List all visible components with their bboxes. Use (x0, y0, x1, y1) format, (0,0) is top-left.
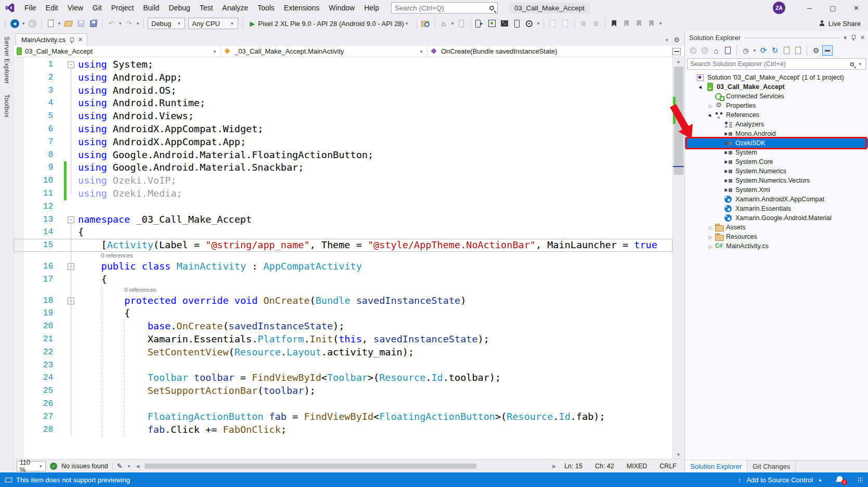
toolbox-tab[interactable]: Toolbox (3, 89, 10, 123)
redo-button[interactable]: ↷ (123, 17, 135, 30)
tab-mainactivity[interactable]: MainActivity.cs ✕ (16, 33, 87, 46)
comment-button[interactable] (547, 17, 559, 30)
tree-item-connected-services[interactable]: Connected Services (685, 92, 868, 101)
document-list-dropdown[interactable]: ▾ (664, 37, 669, 43)
code-line-28[interactable]: 28 fab.Click += FabOnClick; (14, 424, 672, 437)
se-refresh-button[interactable]: ↻ (770, 45, 780, 56)
menu-help[interactable]: Help (359, 0, 384, 16)
bookmark-dropdown[interactable]: ▾ (658, 21, 663, 26)
codelens-references[interactable]: 0 references (14, 252, 672, 260)
menu-git[interactable]: Git (88, 0, 107, 16)
code-line-8[interactable]: 8using Google.Android.Material.FloatingA… (14, 149, 672, 162)
tree-item-mainactivity-cs[interactable]: ▷MainActivity.cs (685, 241, 868, 251)
tab-close-icon[interactable]: ✕ (78, 36, 83, 43)
editor-options-icon[interactable]: ⚙ (673, 36, 680, 44)
menu-debug[interactable]: Debug (164, 0, 195, 16)
code-line-12[interactable]: 12 (14, 200, 672, 213)
expander-closed-icon[interactable]: ▷ (707, 102, 715, 109)
home-dropdown[interactable]: ▾ (450, 21, 455, 26)
fold-collapse-icon[interactable]: − (68, 216, 74, 223)
code-line-9[interactable]: 9using Google.Android.Material.Snackbar; (14, 161, 672, 174)
fold-collapse-icon[interactable]: − (68, 61, 74, 68)
code-line-19[interactable]: 19 { (14, 307, 672, 320)
configuration-select[interactable]: Debug▾ (148, 18, 185, 29)
tree-item-ozekisdk[interactable]: OzekiSDK (685, 138, 868, 148)
tool-tab-solution-explorer[interactable]: Solution Explorer (685, 460, 747, 472)
tree-item-resources[interactable]: ▷Resources (685, 232, 868, 241)
code-cleanup-icon[interactable]: ✎ (117, 462, 122, 470)
close-button[interactable]: ✕ (845, 0, 868, 16)
code-line-24[interactable]: 24 Toolbar toolbar = FindViewById<Toolba… (14, 371, 672, 385)
member-dropdown[interactable]: OnCreate(Bundle savedInstanceState) (427, 46, 672, 57)
menu-window[interactable]: Window (324, 0, 359, 16)
tree-item-solution-03-call-make-accept-1-of-1-project[interactable]: Solution '03_Call_Make_Accept' (1 of 1 p… (685, 73, 868, 82)
code-line-17[interactable]: 17 { (14, 273, 672, 286)
menu-project[interactable]: Project (107, 0, 139, 16)
tree-item-xamarin-google-android-material[interactable]: Xamarin.Google.Android.Material (685, 213, 868, 223)
panel-close-icon[interactable]: ✕ (860, 34, 865, 41)
source-control-dropdown[interactable]: ▲ (818, 478, 822, 482)
split-window-icon[interactable] (672, 48, 681, 55)
pin-icon[interactable] (69, 37, 74, 43)
maximize-button[interactable]: ▢ (821, 0, 845, 16)
se-switch-views-button[interactable] (722, 45, 733, 56)
android-device-manager-button[interactable] (486, 17, 498, 30)
tree-item-assets[interactable]: ▷Assets (685, 223, 868, 232)
code-line-3[interactable]: 3using Android.OS; (14, 84, 672, 97)
tree-item-references[interactable]: ▶References (685, 110, 868, 120)
user-avatar[interactable]: ZA (773, 2, 785, 14)
notifications-button[interactable]: 2 (836, 476, 845, 484)
scroll-up-icon[interactable]: ▲ (673, 59, 684, 64)
tree-item-03-call-make-accept[interactable]: ▶03_Call_Make_Accept (685, 82, 868, 92)
expander-closed-icon[interactable]: ▷ (707, 242, 715, 250)
se-collapse-all-button[interactable] (781, 45, 792, 56)
navigate-forward-button[interactable]: ▸ (27, 17, 38, 30)
menu-tools[interactable]: Tools (253, 0, 279, 16)
menu-file[interactable]: File (20, 0, 41, 16)
tree-item-analyzers[interactable]: Analyzers (685, 120, 868, 129)
save-all-button[interactable] (87, 17, 99, 30)
scroll-down-icon[interactable]: ▼ (673, 452, 684, 457)
se-pending-changes-filter-button[interactable]: ◷ (741, 45, 751, 56)
add-to-source-control-button[interactable]: Add to Source Control (746, 476, 813, 484)
code-line-25[interactable]: 25 SetSupportActionBar(toolbar); (14, 385, 672, 398)
code-line-5[interactable]: 5using Android.Views; (14, 110, 672, 123)
device-pair-button[interactable] (456, 17, 467, 30)
undo-dropdown[interactable]: ▾ (118, 21, 123, 26)
code-line-10[interactable]: 10using Ozeki.VoIP; (14, 174, 672, 187)
code-line-14[interactable]: 14{ (14, 226, 672, 239)
redo-dropdown[interactable]: ▾ (135, 21, 140, 26)
open-file-button[interactable] (62, 17, 74, 30)
menu-build[interactable]: Build (138, 0, 164, 16)
device-layout-button[interactable] (511, 17, 523, 30)
project-dropdown[interactable]: 03_Call_Make_Accept ▾ (14, 46, 221, 57)
expander-closed-icon[interactable]: ▷ (707, 233, 715, 240)
hscrollbar-thumb[interactable] (145, 464, 476, 469)
code-line-22[interactable]: 22 SetContentView(Resource.Layout.activi… (14, 346, 672, 359)
tree-item-system[interactable]: System (685, 148, 868, 157)
device-tools-dropdown[interactable]: ▾ (536, 21, 541, 26)
code-line-23[interactable]: 23 (14, 359, 672, 372)
profiler-button[interactable] (524, 17, 535, 30)
tree-item-system-numerics[interactable]: System.Numerics (685, 166, 868, 176)
se-show-all-files-button[interactable] (793, 45, 803, 56)
hscroll-left-icon[interactable]: ◀ (136, 464, 139, 469)
code-line-27[interactable]: 27 FloatingActionButton fab = FindViewBy… (14, 411, 672, 424)
se-filter-dropdown[interactable]: ▾ (752, 48, 757, 53)
tool-tab-git-changes[interactable]: Git Changes (747, 460, 796, 472)
panel-menu-dropdown[interactable]: ▾ (844, 34, 847, 41)
code-line-13[interactable]: 13−namespace _03_Call_Make_Accept (14, 213, 672, 226)
solution-explorer-title-bar[interactable]: Solution Explorer ▾ ✕ (685, 31, 868, 44)
save-button[interactable] (75, 17, 86, 30)
code-line-21[interactable]: 21 Xamarin.Essentials.Platform.Init(this… (14, 333, 672, 346)
code-line-1[interactable]: 1−using System; (14, 58, 672, 71)
adb-console-button[interactable] (499, 17, 510, 30)
server-explorer-tab[interactable]: Server Explorer (3, 31, 10, 89)
zoom-select[interactable]: 110 % ▾ (17, 461, 46, 471)
prev-bookmark-button[interactable] (621, 17, 632, 30)
code-line-4[interactable]: 4using Android.Runtime; (14, 97, 672, 110)
expander-closed-icon[interactable]: ▷ (707, 224, 715, 231)
code-line-7[interactable]: 7using AndroidX.AppCompat.App; (14, 136, 672, 149)
se-forward-button[interactable]: ▸ (699, 45, 710, 56)
undo-button[interactable]: ↶ (106, 17, 117, 30)
